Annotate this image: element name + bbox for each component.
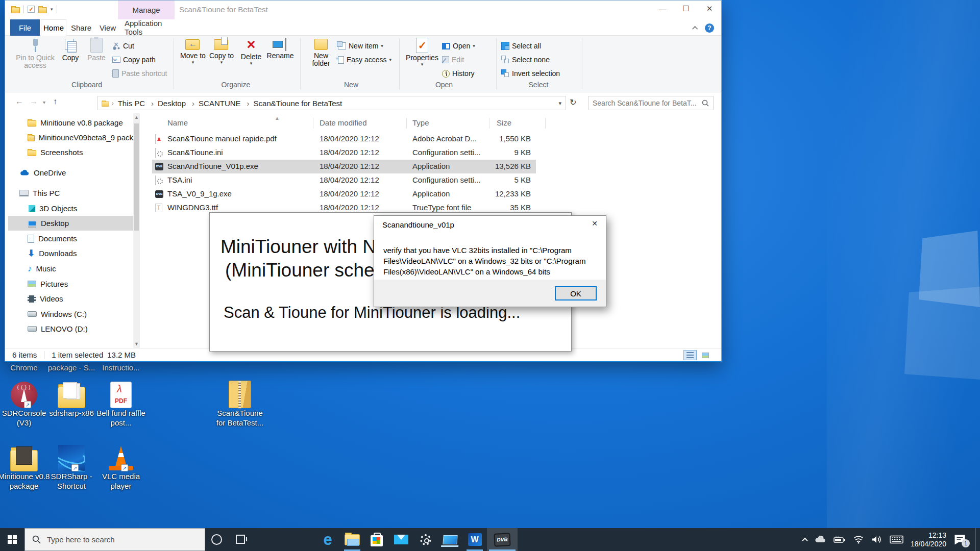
task-view-icon[interactable] [236,535,245,544]
touch-keyboard-icon[interactable] [890,535,903,544]
desktop-label-instructions[interactable]: Instructio... [93,363,149,372]
file-row-pdf[interactable]: Scan&Tioune manuel rapide.pdf 18/04/2020… [152,132,536,146]
tab-file[interactable]: File [10,19,40,36]
sidebar-item-minitioune-v08[interactable]: Minitioune v0.8 package [8,115,133,130]
tab-home[interactable]: Home [41,19,66,36]
open-button[interactable]: Open▾ [442,40,475,52]
sidebar-item-music[interactable]: ♪Music [8,261,133,276]
new-item-button[interactable]: New item▾ [338,40,383,52]
onedrive-tray-icon[interactable] [814,536,826,543]
forward-icon[interactable]: → [30,97,38,106]
sidebar-item-minitiounev09[interactable]: MinitiouneV09beta8_9 pack [8,130,133,145]
desktop-icon-vlc[interactable]: ↗ VLC media player [93,443,149,491]
breadcrumb-current[interactable]: Scan&Tioune for BetaTest [245,99,345,108]
delete-button[interactable]: × Delete▾ [238,38,264,65]
details-view-button[interactable] [683,350,697,360]
address-dropdown-icon[interactable]: ▾ [558,100,566,107]
rename-button[interactable]: Rename [264,38,296,60]
recent-locations-icon[interactable]: ▾ [43,99,45,105]
easy-access-button[interactable]: Easy access▾ [338,54,391,65]
column-header-size[interactable]: Size [497,118,511,127]
taskbar-store[interactable] [364,528,389,551]
ok-button[interactable]: OK [555,286,597,300]
maximize-button[interactable]: ☐ [674,1,698,17]
move-to-button[interactable]: Move to▾ [180,38,206,64]
tab-share[interactable]: Share [68,19,94,36]
select-all-button[interactable]: Select all [501,40,541,52]
desktop-icon-bell-fund-pdf[interactable]: Bell fund raffle post... [93,380,149,428]
taskbar-edge[interactable]: e [315,528,340,551]
cut-button[interactable]: Cut [112,40,134,52]
sidebar-item-videos[interactable]: Videos [8,291,133,306]
customize-qat-arrow-icon[interactable]: ▾ [51,7,53,12]
collapse-ribbon-icon[interactable] [692,26,698,32]
new-folder-button[interactable]: New folder [307,38,335,67]
sidebar-item-3d-objects[interactable]: 3D Objects [8,201,133,216]
taskbar-dvb-app-active[interactable]: DVB [487,528,518,551]
manage-ribbon-context[interactable]: Manage [118,1,175,19]
file-row-exe-selected[interactable]: DVB ScanAndTioune_V01p.exe 18/04/2020 12… [152,160,536,173]
history-button[interactable]: History [442,68,475,79]
scroll-up-icon[interactable]: ▲ [134,115,139,120]
properties-quick-icon[interactable]: ✓ [28,6,35,13]
properties-button[interactable]: Properties▾ [404,38,440,66]
refresh-icon[interactable]: ↻ [570,97,576,107]
minimize-button[interactable]: — [651,1,674,17]
breadcrumb-desktop[interactable]: Desktop [149,99,188,108]
tab-view[interactable]: View [96,19,119,36]
wifi-icon[interactable] [853,535,864,544]
scroll-down-icon[interactable]: ▼ [134,341,139,346]
file-row-tsa-exe[interactable]: DVB TSA_V0_9_1g.exe 18/04/2020 12:12 App… [152,187,536,201]
battery-icon[interactable] [834,536,846,544]
sidebar-item-screenshots[interactable]: Screenshots [8,145,133,160]
desktop-icon-sdrsharp-shortcut[interactable]: ↗ SDRSharp - Shortcut [43,443,100,491]
breadcrumb-scantune[interactable]: SCANTUNE [190,99,243,108]
desktop-label-package[interactable]: package - S... [43,363,100,372]
help-icon[interactable]: ? [705,23,714,33]
start-button[interactable] [0,528,24,551]
breadcrumb-this-pc[interactable]: This PC [116,99,147,108]
file-row-tsa-ini[interactable]: TSA.ini 18/04/2020 12:12 Configuration s… [152,173,536,187]
back-icon[interactable]: ← [15,97,23,106]
edit-button[interactable]: Edit [442,54,464,65]
taskbar-search-input[interactable]: Type here to search [24,528,205,551]
file-row-ini[interactable]: Scan&Tioune.ini 18/04/2020 12:12 Configu… [152,146,536,160]
title-bar[interactable]: ✓ ▾ Manage Scan&Tioune for BetaTest — ☐ … [5,1,721,19]
taskbar-connect[interactable] [438,528,462,551]
column-header-date[interactable]: Date modified [320,118,367,127]
sidebar-item-this-pc[interactable]: This PC [8,186,133,201]
invert-selection-button[interactable]: Invert selection [501,68,560,79]
up-icon[interactable]: ↑ [53,97,57,106]
sidebar-item-pictures[interactable]: Pictures [8,277,133,291]
taskbar-settings[interactable] [413,528,438,551]
select-none-button[interactable]: Select none [501,54,550,65]
taskbar-file-explorer[interactable] [340,528,364,551]
copy-button[interactable]: Copy [58,38,83,62]
tab-application-tools[interactable]: Application Tools [119,19,174,36]
show-desktop-strip[interactable] [975,528,976,551]
desktop-icon-scantioune-zip[interactable]: Scan&Tioune for BetaTest... [212,380,268,428]
cortana-icon[interactable] [211,534,222,545]
sidebar-item-documents[interactable]: Documents [8,231,133,246]
new-folder-quick-icon[interactable] [38,7,47,13]
scrollbar-thumb[interactable] [134,123,139,231]
sidebar-item-downloads[interactable]: ⬇Downloads [8,246,133,261]
nav-scrollbar[interactable]: ▲ ▼ [133,113,140,348]
paste-button[interactable]: Paste [84,38,109,62]
paste-shortcut-button[interactable]: Paste shortcut [112,68,167,79]
sidebar-item-lenovo-d[interactable]: LENOVO (D:) [8,321,133,336]
clock[interactable]: 12:13 18/04/2020 [911,531,946,548]
taskbar-mail[interactable] [389,528,413,551]
address-bar[interactable]: › This PC Desktop SCANTUNE Scan&Tioune f… [97,96,566,110]
search-input[interactable]: Search Scan&Tioune for BetaT... [588,96,714,110]
pin-to-quick-access-button[interactable]: Pin to Quick access [13,38,57,69]
volume-icon[interactable] [871,535,883,544]
taskbar-word[interactable]: W [462,528,487,551]
column-header-type[interactable]: Type [412,118,429,127]
sidebar-item-windows-c[interactable]: Windows (C:) [8,307,133,321]
desktop-icon-sdrsharp-x86[interactable]: sdrsharp-x86 [43,380,100,418]
tray-expand-icon[interactable] [802,537,807,543]
copy-path-button[interactable]: W...Copy path [112,54,156,65]
column-header-name[interactable]: Name [167,118,188,127]
thumbnails-view-button[interactable] [699,350,712,360]
